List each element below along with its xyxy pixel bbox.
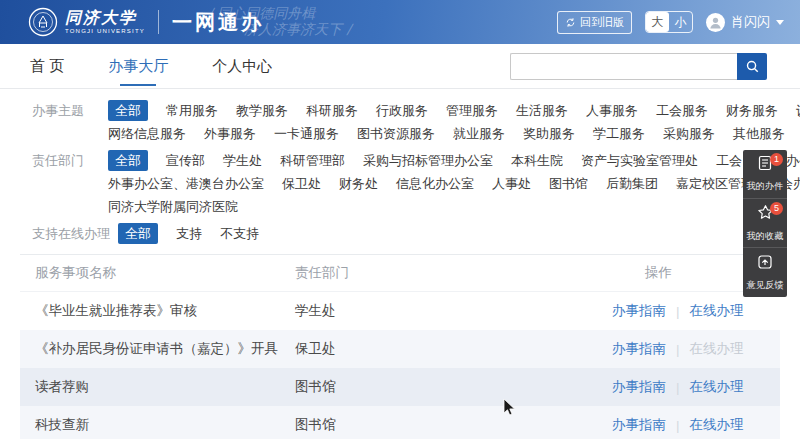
filter-option[interactable]: 财务服务 <box>726 100 778 121</box>
department-cell: 保卫处 <box>295 340 612 358</box>
filter-option[interactable]: 财务处 <box>339 173 378 194</box>
column-header-name: 服务事项名称 <box>20 264 295 282</box>
filter-option[interactable]: 奖助服务 <box>523 123 575 144</box>
nav-item[interactable]: 个人中心 <box>212 44 272 88</box>
table-row: 《补办居民身份证申请书（嘉定）》开具保卫处办事指南|在线办理 <box>20 330 780 368</box>
filter-option[interactable]: 全部 <box>108 100 148 121</box>
nav-item[interactable]: 首 页 <box>30 44 64 88</box>
filter-option[interactable]: 网络信息服务 <box>108 123 186 144</box>
department-cell: 图书馆 <box>295 416 612 434</box>
notification-badge: 5 <box>770 202 783 215</box>
filter-option[interactable]: 人事处 <box>492 173 531 194</box>
filter-option[interactable]: 全部 <box>118 223 158 244</box>
floating-side-panel: 我的办件1我的收藏5意见反馈 <box>743 150 787 297</box>
filter-option[interactable]: 宣传部 <box>166 150 205 171</box>
logo-divider <box>158 10 159 34</box>
service-name-cell: 《毕业生就业推荐表》审核 <box>20 302 295 320</box>
filter-option-line: 外事办公室、港澳台办公室保卫处财务处信息化办公室人事处图书馆后勤集团嘉定校区管理… <box>108 171 800 194</box>
filter-option[interactable]: 支持 <box>176 223 202 244</box>
filter-option[interactable]: 工会服务 <box>656 100 708 121</box>
refresh-icon <box>565 17 576 28</box>
panel-item-我的收藏[interactable]: 我的收藏5 <box>743 199 787 248</box>
filter-options: 全部宣传部学生处科研管理部采购与招标管理办公室本科生院资产与实验室管理处工会校长… <box>108 148 800 217</box>
department-cell: 图书馆 <box>295 378 612 396</box>
filter-option-line: 全部宣传部学生处科研管理部采购与招标管理办公室本科生院资产与实验室管理处工会校长… <box>108 148 800 171</box>
filter-option[interactable]: 一卡通服务 <box>274 123 339 144</box>
caret-down-icon <box>776 20 784 25</box>
logo-text: 同济大学 TONGJI UNIVERSITY <box>65 10 145 34</box>
filter-option[interactable]: 科研服务 <box>306 100 358 121</box>
filter-option[interactable]: 就业服务 <box>453 123 505 144</box>
font-size-option[interactable]: 大 <box>646 12 669 32</box>
panel-item-label: 我的办件 <box>747 180 784 193</box>
filter-option[interactable]: 外事服务 <box>204 123 256 144</box>
filter-option[interactable]: 其他服务 <box>733 123 785 144</box>
guide-link[interactable]: 办事指南 <box>612 302 666 320</box>
filter-option[interactable]: 后勤集团 <box>606 173 658 194</box>
filter-option[interactable]: 采购与招标管理办公室 <box>363 150 493 171</box>
filter-option-line: 网络信息服务外事服务一卡通服务图书资源服务就业服务奖助服务学工服务采购服务其他服… <box>108 121 800 144</box>
filter-label: 责任部门 <box>32 148 100 217</box>
filter-option-line: 全部支持不支持 <box>118 221 259 244</box>
column-header-dept: 责任部门 <box>295 264 612 282</box>
filter-option[interactable]: 信息化办公室 <box>396 173 474 194</box>
filter-option[interactable]: 学生处 <box>223 150 262 171</box>
panel-item-label: 意见反馈 <box>747 278 784 291</box>
filter-option[interactable]: 外事办公室、港澳台办公室 <box>108 173 264 194</box>
online-handle-link[interactable]: 在线办理 <box>690 302 744 320</box>
notification-badge: 1 <box>770 153 783 166</box>
filter-option[interactable]: 全部 <box>108 150 148 171</box>
font-size-option[interactable]: 小 <box>669 12 692 32</box>
guide-link[interactable]: 办事指南 <box>612 340 666 358</box>
filter-options: 全部支持不支持 <box>118 221 259 246</box>
table-row: 科技查新图书馆办事指南|在线办理 <box>20 406 780 439</box>
search-button[interactable] <box>737 53 767 80</box>
filter-option[interactable]: 管理服务 <box>446 100 498 121</box>
filter-option[interactable]: 人事服务 <box>586 100 638 121</box>
filter-option[interactable]: 学工服务 <box>593 123 645 144</box>
filter-option[interactable]: 同济大学附属同济医院 <box>108 196 238 217</box>
back-to-old-label: 回到旧版 <box>580 15 624 30</box>
font-size-toggle: 大小 <box>645 11 693 33</box>
back-to-old-version-button[interactable]: 回到旧版 <box>557 11 632 34</box>
user-menu[interactable]: 肖闪闪 <box>706 13 784 32</box>
filter-option[interactable]: 常用服务 <box>166 100 218 121</box>
header: 同济大学 TONGJI UNIVERSITY 一网通办 / 同心同德同舟楫 济人… <box>0 0 800 44</box>
panel-item-意见反馈[interactable]: 意见反馈 <box>743 248 787 297</box>
filter-option[interactable]: 工会 <box>716 150 742 171</box>
actions-cell: 办事指南|在线办理 <box>612 302 780 320</box>
feedback-icon <box>757 254 773 274</box>
nav-items: 首 页办事大厅个人中心 <box>30 44 316 88</box>
department-cell: 学生处 <box>295 302 612 320</box>
search-input[interactable] <box>510 53 737 80</box>
filter-option[interactable]: 教学服务 <box>236 100 288 121</box>
filter-option[interactable]: 本科生院 <box>511 150 563 171</box>
search-box <box>510 53 767 80</box>
online-handle-link[interactable]: 在线办理 <box>690 378 744 396</box>
filter-option[interactable]: 行政服务 <box>376 100 428 121</box>
filter-option[interactable]: 保卫处 <box>282 173 321 194</box>
university-name-cn: 同济大学 <box>65 10 145 26</box>
filter-option[interactable]: 科研管理部 <box>280 150 345 171</box>
filter-option[interactable]: 生活服务 <box>516 100 568 121</box>
username: 肖闪闪 <box>731 13 770 31</box>
filter-row: 支持在线办理全部支持不支持 <box>32 221 800 246</box>
online-handle-link: 在线办理 <box>690 340 744 358</box>
filter-option[interactable]: 资产与实验室管理处 <box>581 150 698 171</box>
link-separator: | <box>676 342 680 357</box>
nav-item[interactable]: 办事大厅 <box>108 44 168 88</box>
guide-link[interactable]: 办事指南 <box>612 416 666 434</box>
online-handle-link[interactable]: 在线办理 <box>690 416 744 434</box>
guide-link[interactable]: 办事指南 <box>612 378 666 396</box>
panel-item-我的办件[interactable]: 我的办件1 <box>743 150 787 199</box>
filter-option[interactable]: 设备服务 <box>796 100 800 121</box>
university-logo[interactable]: 同济大学 TONGJI UNIVERSITY <box>28 7 145 37</box>
filter-option[interactable]: 采购服务 <box>663 123 715 144</box>
filter-option-line: 全部常用服务教学服务科研服务行政服务管理服务生活服务人事服务工会服务财务服务设备… <box>108 98 800 121</box>
filter-option[interactable]: 不支持 <box>220 223 259 244</box>
filter-option[interactable]: 图书馆 <box>549 173 588 194</box>
filter-option[interactable]: 图书资源服务 <box>357 123 435 144</box>
filter-label: 办事主题 <box>32 98 100 144</box>
filter-options: 全部常用服务教学服务科研服务行政服务管理服务生活服务人事服务工会服务财务服务设备… <box>108 98 800 144</box>
actions-cell: 办事指南|在线办理 <box>612 378 780 396</box>
